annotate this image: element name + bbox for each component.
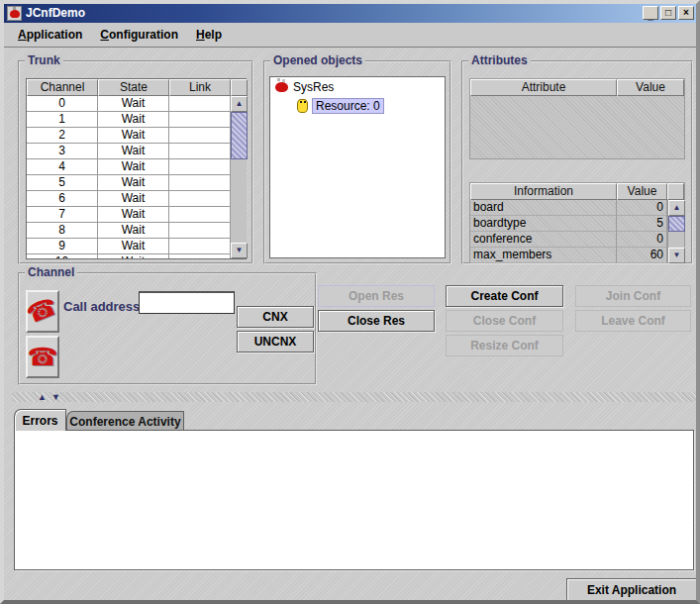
resize-conf-button[interactable]: Resize Conf — [446, 335, 563, 356]
table-row[interactable]: 7 Wait — [27, 207, 246, 223]
table-row[interactable]: conference 0 — [470, 232, 684, 248]
table-row[interactable]: 6 Wait — [27, 191, 246, 207]
open-res-button[interactable]: Open Res — [318, 285, 435, 307]
create-conf-button[interactable]: Create Conf — [446, 285, 563, 307]
call-address-input[interactable] — [139, 291, 235, 314]
trunk-col-link[interactable]: Link — [169, 79, 231, 96]
table-row[interactable]: 4 Wait — [27, 159, 246, 175]
attr-col-attribute[interactable]: Attribute — [470, 79, 617, 96]
table-row[interactable]: 9 Wait — [27, 239, 246, 254]
phone-onhook-icon: ☎ — [27, 345, 57, 369]
table-row[interactable]: 0 Wait — [27, 96, 246, 112]
app-icon — [7, 6, 22, 21]
close-res-button[interactable]: Close Res — [318, 310, 435, 332]
tree-node-sysres[interactable]: SysRes — [270, 77, 445, 96]
attribute-table-body — [470, 96, 684, 158]
minimize-button[interactable]: _ — [643, 6, 658, 20]
join-conf-button[interactable]: Join Conf — [575, 285, 691, 307]
maximize-button[interactable]: □ — [660, 6, 676, 20]
cnx-button[interactable]: CNX — [237, 306, 314, 328]
trunk-col-state[interactable]: State — [98, 79, 169, 96]
table-row[interactable]: max_members 60 — [470, 248, 684, 263]
phone-offhook-icon: ☎ — [24, 293, 61, 328]
info-col-value[interactable]: Value — [617, 183, 667, 200]
split-divider[interactable]: ▲ ▼ — [12, 392, 696, 402]
menu-configuration[interactable]: Configuration — [92, 25, 186, 45]
menu-application[interactable]: Application — [10, 25, 90, 45]
tree-node-resource[interactable]: Resource: 0 — [270, 96, 445, 115]
table-row[interactable]: 3 Wait — [27, 144, 246, 159]
menu-bar: Application Configuration Help — [4, 23, 696, 48]
hangup-onhook-button[interactable]: ☎ — [26, 336, 59, 378]
attr-col-value[interactable]: Value — [617, 79, 684, 96]
attribute-table-header: Attribute Value — [470, 79, 684, 96]
leave-conf-button[interactable]: Leave Conf — [575, 310, 691, 332]
table-row[interactable]: 1 Wait — [27, 112, 246, 128]
log-textarea[interactable] — [15, 431, 693, 569]
trunk-table-body: 0 Wait 1 Wait 2 Wait 3 Wait — [27, 96, 246, 258]
opened-objects-group: Opened objects SysRes Resource: 0 — [263, 60, 451, 264]
trunk-col-corner — [231, 79, 248, 96]
app-window: JCnfDemo _ □ × Application Configuration… — [0, 0, 700, 604]
channel-group-title: Channel — [25, 265, 77, 279]
table-row[interactable]: 10 Wait — [27, 254, 246, 258]
trunk-scrollbar[interactable]: ▲ ▼ — [230, 96, 247, 258]
uncnx-button[interactable]: UNCNX — [237, 331, 314, 352]
information-scrollbar[interactable]: ▲ ▼ — [667, 200, 684, 263]
exit-application-button[interactable]: Exit Application — [566, 578, 697, 602]
information-table: Information Value board 0 boardtype 5 co… — [469, 182, 685, 263]
table-row[interactable]: boardtype 5 — [470, 216, 684, 232]
info-col-information[interactable]: Information — [470, 183, 617, 200]
scrollbar-thumb[interactable] — [668, 216, 685, 232]
table-row[interactable]: 8 Wait — [27, 223, 246, 239]
attributes-group: Attributes Attribute Value Information V… — [461, 60, 693, 264]
table-row[interactable]: board 0 — [470, 200, 684, 216]
scroll-down-icon[interactable]: ▼ — [231, 243, 248, 258]
scroll-up-icon[interactable]: ▲ — [668, 200, 685, 216]
divider-expand-icon[interactable]: ▼ — [51, 392, 60, 402]
scroll-down-icon[interactable]: ▼ — [668, 248, 685, 263]
trunk-table-header: Channel State Link — [27, 79, 246, 96]
resource-icon — [297, 99, 308, 113]
trunk-group: Trunk Channel State Link 0 Wait 1 Wait — [18, 60, 253, 264]
opened-objects-title: Opened objects — [270, 53, 365, 67]
attribute-table: Attribute Value — [469, 78, 685, 159]
tree-node-label[interactable]: SysRes — [293, 80, 334, 94]
objects-tree: SysRes Resource: 0 — [269, 76, 446, 258]
information-table-body: board 0 boardtype 5 conference 0 max_mem… — [470, 200, 684, 263]
sysres-icon — [275, 82, 288, 92]
trunk-col-channel[interactable]: Channel — [27, 79, 98, 96]
tab-conference-activity[interactable]: Conference Activity — [66, 411, 184, 431]
tree-node-label-selected[interactable]: Resource: 0 — [313, 99, 383, 113]
attributes-group-title: Attributes — [468, 53, 531, 67]
channel-group: Channel ☎ ☎ Call address CNX UNCNX — [18, 272, 317, 385]
call-address-label: Call address — [63, 299, 140, 314]
title-bar[interactable]: JCnfDemo _ □ × — [4, 4, 696, 23]
close-button[interactable]: × — [678, 6, 694, 20]
dial-offhook-button[interactable]: ☎ — [26, 290, 59, 333]
menu-help[interactable]: Help — [188, 25, 230, 45]
scrollbar-thumb[interactable] — [231, 112, 248, 159]
scroll-up-icon[interactable]: ▲ — [231, 96, 248, 112]
tab-errors[interactable]: Errors — [14, 409, 66, 431]
table-row[interactable]: 2 Wait — [27, 128, 246, 144]
trunk-group-title: Trunk — [25, 53, 63, 67]
window-title: JCnfDemo — [26, 4, 85, 23]
divider-collapse-icon[interactable]: ▲ — [38, 392, 47, 402]
log-panel — [14, 430, 694, 570]
info-col-corner — [667, 183, 684, 200]
information-table-header: Information Value — [470, 183, 684, 200]
close-conf-button[interactable]: Close Conf — [446, 310, 563, 332]
table-row[interactable]: 5 Wait — [27, 175, 246, 191]
trunk-table: Channel State Link 0 Wait 1 Wait 2 — [26, 78, 247, 259]
